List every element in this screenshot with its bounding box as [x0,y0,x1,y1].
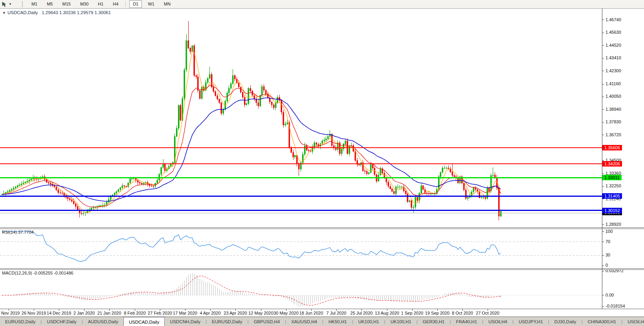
chart-tab-USOil-H4[interactable]: USOil,H4 [483,317,512,326]
date-tick-label: 13 Aug 2020 [375,311,399,315]
chart-tab-DJ30-Daily[interactable]: DJ30,Daily [549,317,582,326]
chart-toolbar: ▼ M1M5M15M30H1H4D1W1MN [0,0,644,9]
chart-collapse-icon[interactable]: ▼ [2,11,6,15]
price-tick-label: 1.41160 [605,81,621,86]
chart-tab-XAUUSD-H4[interactable]: XAUUSD,H4 [286,317,322,326]
date-tick-label: 7 Jul 2020 [327,311,347,315]
date-tick-label: 7 Nov 2019 [0,311,20,315]
hline-price-badge: 1.31405 [602,193,622,199]
date-tick-label: 21 Jan 2020 [97,311,121,315]
crosshair-cursor-icon [2,1,7,7]
macd-indicator-label: MACD(12,26,9) -0.005255 -0.001486 [2,271,73,275]
date-tick-label: 23 Apr 2020 [224,311,247,315]
chart-tab-USDJPY-H1[interactable]: USDJPY,H1 [514,317,548,326]
rsi-tick-label: 70 [605,239,610,244]
date-tick-label: 4 Apr 2020 [200,311,220,315]
date-tick-label: 17 Mar 2020 [173,311,197,315]
date-tick-label: 25 Jul 2020 [350,311,373,315]
chevron-down-icon[interactable]: ▼ [9,2,12,6]
price-tick-label: 1.44520 [605,43,621,48]
cursor-tool-button[interactable]: ▼ [2,1,12,7]
chart-tab-UK100-H1[interactable]: UK100,H1 [385,317,416,326]
chart-window: ▼USDCAD,Daily1.29643 1.30236 1.29579 1.3… [0,9,644,317]
price-axis-column[interactable]: 1.467401.456301.445201.434101.423001.411… [602,9,644,309]
date-tick-label: 26 Nov 2019 [22,311,46,315]
chart-tab-AUDUSD-Daily[interactable]: AUDUSD,Daily [83,317,123,326]
timeframe-button-W1[interactable]: W1 [144,0,158,8]
macd-pane[interactable] [0,269,602,309]
date-tick-label: 18 Jun 2020 [299,311,323,315]
hline-price-badge: 1.35606 [602,145,622,150]
chart-ohlc-values: 1.29643 1.30236 1.29579 1.30061 [42,10,111,15]
timeframe-button-D1[interactable]: D1 [129,0,142,8]
price-tick-label: 1.28920 [605,222,621,227]
mt4-terminal: ▼ M1M5M15M30H1H4D1W1MN ▼USDCAD,Daily1.29… [0,0,644,326]
macd-tick-label: 0.00 [605,293,614,297]
chart-symbol-period: USDCAD,Daily [7,10,38,15]
chart-tab-USDCNH-Daily[interactable]: USDCNH,Daily [165,317,205,326]
rsi-tick-label: 0 [605,263,608,267]
chart-tab-CHINA300-H1[interactable]: CHINA300,H1 [582,317,621,326]
timeframe-button-M30[interactable]: M30 [77,0,92,8]
chart-tab-FRA40-H1[interactable]: FRA40,H1 [451,317,482,326]
chart-tab-USOil-H1[interactable]: USOil,H1 [622,317,644,326]
date-tick-label: 2 Jan 2020 [73,311,95,315]
chart-tab-USDCAD-Daily[interactable]: USDCAD,Daily [123,317,165,326]
time-axis[interactable]: 7 Nov 201926 Nov 201914 Dec 20192 Jan 20… [0,309,644,317]
price-tick-label: 1.46740 [605,17,621,22]
pane-separator[interactable] [0,268,644,270]
chart-tab-EURUSD-Daily[interactable]: EURUSD,Daily [207,317,247,326]
chart-tab-GBPUSD-H4[interactable]: GBPUSD,H4 [249,317,285,326]
date-tick-label: 12 May 2020 [248,311,273,315]
hline-price-badge: 1.33011 [602,175,622,180]
rsi-tick-label: 30 [605,253,610,257]
chart-tab-UK100-H1[interactable]: UK100,H1 [353,317,384,326]
chart-title: ▼USDCAD,Daily1.29643 1.30236 1.29579 1.3… [2,10,111,15]
date-tick-label: 30 May 2020 [273,311,299,315]
timeframe-button-H4[interactable]: H4 [109,0,122,8]
price-tick-label: 1.36720 [605,132,621,137]
rsi-pane[interactable] [0,229,602,268]
price-tick-label: 1.38940 [605,107,621,112]
price-tick-label: 1.43410 [605,55,621,60]
date-tick-label: 27 Feb 2020 [148,311,172,315]
timeframe-button-M15[interactable]: M15 [59,0,74,8]
date-tick-label: 8 Oct 2020 [452,311,473,315]
hline-price-badge: 1.34206 [602,161,622,167]
pane-separator[interactable] [0,227,644,229]
chart-tab-EURUSD-Daily[interactable]: EURUSD,Daily [0,317,40,326]
date-tick-label: 27 Oct 2020 [476,311,499,315]
toolbar-separator [125,1,126,7]
timeframe-button-M1[interactable]: M1 [28,0,41,8]
price-tick-label: 1.40050 [605,94,621,99]
price-tick-label: 1.45630 [605,30,621,35]
date-tick-label: 1 Sep 2020 [401,311,423,315]
rsi-tick-label: 100 [605,229,613,234]
timeframe-button-H1[interactable]: H1 [94,0,107,8]
price-tick-label: 1.42300 [605,68,621,73]
chart-tab-USDCHF-Daily[interactable]: USDCHF,Daily [42,317,81,326]
pane-separator [0,309,644,309]
timeframe-button-group: M1M5M15M30H1H4D1W1MN [27,0,175,8]
hline-price-badge: 1.30152 [602,208,622,213]
chart-tab-GER30-H1[interactable]: GER30,H1 [418,317,450,326]
price-tick-label: 1.32250 [605,183,621,188]
timeframe-button-M5[interactable]: M5 [43,0,56,8]
date-tick-label: 14 Dec 2019 [47,311,71,315]
macd-tick-label: -0.018154 [605,304,625,308]
price-axis-line [602,9,602,309]
date-tick-label: 8 Feb 2020 [124,311,146,315]
date-tick-label: 19 Sep 2020 [425,311,450,315]
chart-tab-bar: EURUSD,Daily|USDCHF,Daily|AUDUSD,DailyUS… [0,317,644,326]
main-price-pane[interactable] [0,9,602,227]
timeframe-button-MN[interactable]: MN [160,0,174,8]
toolbar-grip-handle[interactable] [22,2,23,7]
chart-tab-HK50-H1[interactable]: HK50,H1 [323,317,352,326]
price-tick-label: 1.37830 [605,119,621,124]
rsi-indicator-label: RSI(14) 37.7704 [2,230,34,234]
